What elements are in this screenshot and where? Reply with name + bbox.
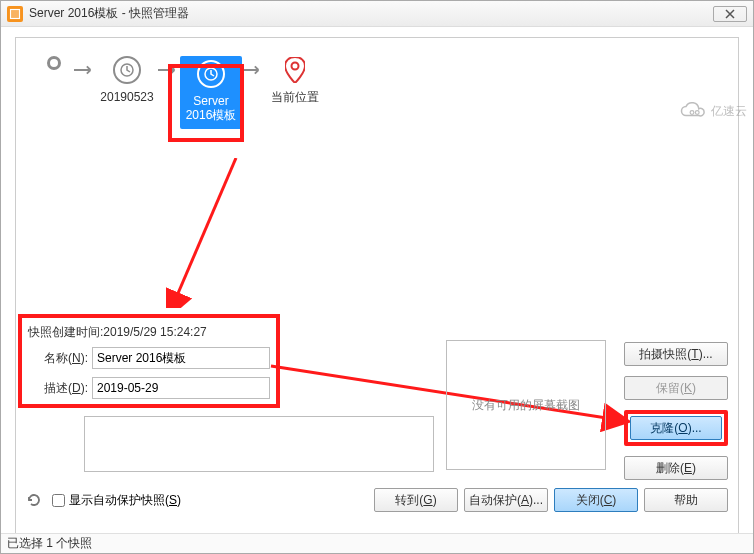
help-button[interactable]: 帮助 — [644, 488, 728, 512]
created-time-value: 2019/5/29 15:24:27 — [103, 325, 206, 339]
take-snapshot-button[interactable]: 拍摄快照(T)... — [624, 342, 728, 366]
clock-icon — [197, 60, 225, 88]
svg-rect-0 — [11, 9, 20, 18]
timeline-current-position[interactable]: 当前位置 — [264, 56, 326, 104]
timeline-root[interactable] — [34, 56, 74, 70]
annotation-arrow-icon — [166, 158, 256, 308]
refresh-icon[interactable] — [26, 492, 42, 508]
dot-icon — [47, 56, 61, 70]
annotation-highlight-box: 克隆(O)... — [624, 410, 728, 446]
snapshot-manager-window: Server 2016模板 - 快照管理器 20190523 — [0, 0, 754, 554]
clock-icon — [113, 56, 141, 84]
show-autoprotect-checkbox[interactable] — [52, 494, 65, 507]
screenshot-preview: 没有可用的屏幕截图 — [446, 340, 606, 470]
timeline-snapshot-selected[interactable]: Server 2016模板 — [180, 56, 242, 129]
action-buttons-column: 拍摄快照(T)... 保留(K) 克隆(O)... 删除(E) — [624, 342, 728, 480]
titlebar[interactable]: Server 2016模板 - 快照管理器 — [1, 1, 753, 27]
goto-button[interactable]: 转到(G) — [374, 488, 458, 512]
watermark: 亿速云 — [677, 101, 747, 121]
status-bar: 已选择 1 个快照 — [1, 533, 753, 553]
description-label: 描述(D): — [28, 380, 88, 397]
created-time-prefix: 快照创建时间: — [28, 325, 103, 339]
snapshot-name-input[interactable] — [92, 347, 270, 369]
timeline-snapshot-0[interactable]: 20190523 — [96, 56, 158, 104]
timeline-label: 20190523 — [100, 90, 153, 104]
svg-point-4 — [292, 63, 299, 70]
svg-point-6 — [695, 111, 699, 115]
window-close-button[interactable] — [713, 6, 747, 22]
created-time-label: 快照创建时间:2019/5/29 15:24:27 — [28, 324, 270, 341]
pin-icon — [285, 56, 305, 84]
window-title: Server 2016模板 - 快照管理器 — [29, 5, 713, 22]
snapshot-details-panel: 快照创建时间:2019/5/29 15:24:27 名称(N): 描述(D): — [18, 314, 280, 408]
timeline-label: Server 2016模板 — [182, 94, 240, 123]
arrow-icon — [242, 56, 264, 84]
watermark-text: 亿速云 — [711, 103, 747, 120]
arrow-icon — [74, 56, 96, 84]
arrow-icon — [158, 56, 180, 84]
snapshot-timeline: 20190523 Server 2016模板 当前位置 — [34, 56, 720, 166]
name-label: 名称(N): — [28, 350, 88, 367]
preview-placeholder: 没有可用的屏幕截图 — [472, 397, 580, 414]
svg-point-5 — [690, 111, 694, 115]
timeline-label: 当前位置 — [271, 90, 319, 104]
bottom-toolbar: 显示自动保护快照(S) 转到(G) 自动保护(A)... 关闭(C) 帮助 — [26, 486, 728, 514]
app-icon — [7, 6, 23, 22]
status-text: 已选择 1 个快照 — [7, 535, 92, 552]
autoprotect-button[interactable]: 自动保护(A)... — [464, 488, 548, 512]
delete-button[interactable]: 删除(E) — [624, 456, 728, 480]
content-pane: 20190523 Server 2016模板 当前位置 — [15, 37, 739, 541]
snapshot-description-input[interactable] — [92, 377, 270, 399]
keep-button: 保留(K) — [624, 376, 728, 400]
close-button[interactable]: 关闭(C) — [554, 488, 638, 512]
show-autoprotect-label[interactable]: 显示自动保护快照(S) — [69, 492, 181, 509]
clone-button[interactable]: 克隆(O)... — [630, 416, 722, 440]
